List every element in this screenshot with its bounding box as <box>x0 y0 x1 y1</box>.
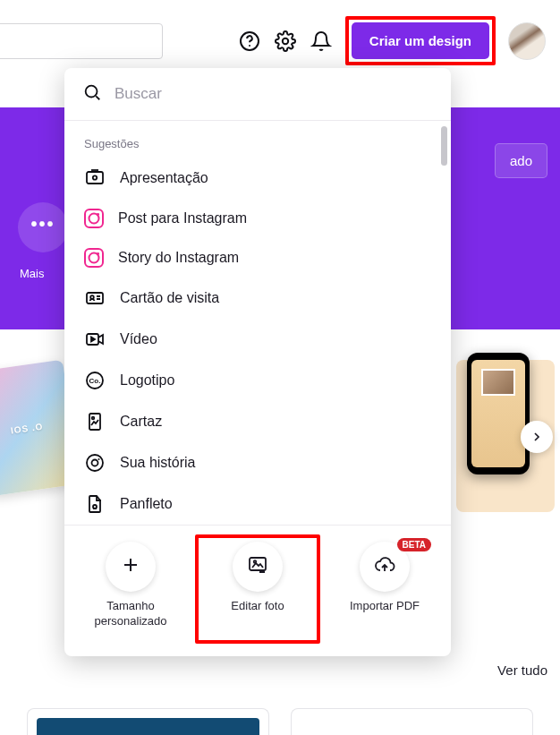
hero-button-fragment[interactable]: ado <box>495 143 547 178</box>
suggestion-label: Logotipo <box>120 372 174 389</box>
dropdown-search-row <box>64 68 451 121</box>
suggestion-label: Post para Instagram <box>118 210 247 226</box>
custom-size-button[interactable]: Tamanho personalizado <box>72 538 190 637</box>
search-icon <box>82 82 102 106</box>
instagram-icon <box>84 209 104 228</box>
recent-card[interactable] <box>27 708 269 735</box>
suggestion-label: Panfleto <box>120 496 173 512</box>
import-pdf-button[interactable]: BETA Importar PDF <box>326 538 444 637</box>
recent-card[interactable] <box>291 708 533 735</box>
scrollbar-thumb[interactable] <box>441 126 447 166</box>
svg-rect-4 <box>87 172 103 184</box>
suggestion-label: Story do Instagram <box>118 250 239 266</box>
suggestion-flyer[interactable]: Panfleto <box>64 483 451 525</box>
avatar[interactable] <box>508 22 546 60</box>
suggestion-label: Vídeo <box>120 331 157 347</box>
more-button[interactable]: ••• <box>18 202 68 252</box>
svg-rect-6 <box>87 293 103 303</box>
see-all-link[interactable]: Ver tudo <box>497 662 547 678</box>
gear-icon[interactable] <box>274 30 297 53</box>
suggestion-label: Cartão de visita <box>120 290 219 306</box>
svg-text:Co.: Co. <box>89 377 101 385</box>
suggestion-business-card[interactable]: Cartão de visita <box>64 278 451 319</box>
suggestion-your-story[interactable]: Sua história <box>64 442 451 483</box>
bell-icon[interactable] <box>310 30 333 53</box>
create-button-highlight: Criar um design <box>345 16 496 65</box>
logo-icon: Co. <box>84 370 106 391</box>
flyer-icon <box>84 493 106 515</box>
suggestion-label: Sua história <box>120 455 196 471</box>
carousel-next-button[interactable] <box>521 421 553 453</box>
svg-point-3 <box>86 86 98 98</box>
action-label: Importar PDF <box>350 599 420 614</box>
poster-icon <box>84 411 106 432</box>
suggestion-presentation[interactable]: Apresentação <box>64 158 451 199</box>
svg-point-2 <box>283 38 288 43</box>
story-icon <box>84 452 106 474</box>
suggestion-label: Cartaz <box>120 414 162 430</box>
create-design-dropdown: Sugestões Apresentação Post para Instagr… <box>64 68 451 656</box>
edit-photo-button[interactable]: Editar foto <box>195 534 320 644</box>
suggestions-heading: Sugestões <box>64 121 451 158</box>
suggestion-label: Apresentação <box>120 170 208 186</box>
image-edit-icon <box>247 554 268 579</box>
suggestion-poster[interactable]: Cartaz <box>64 401 451 442</box>
suggestion-instagram-story[interactable]: Story do Instagram <box>64 238 451 278</box>
beta-badge: BETA <box>397 538 431 551</box>
suggestion-logo[interactable]: Co. Logotipo <box>64 360 451 401</box>
presentation-icon <box>84 167 106 189</box>
instagram-icon <box>84 248 104 268</box>
business-card-icon <box>84 287 106 309</box>
action-label: Tamanho personalizado <box>88 599 174 629</box>
dropdown-actions: Tamanho personalizado Editar foto BETA <box>64 525 451 637</box>
video-icon <box>84 329 106 350</box>
svg-point-15 <box>98 458 100 460</box>
action-label: Editar foto <box>231 599 284 614</box>
cloud-upload-icon <box>374 554 395 579</box>
svg-point-12 <box>92 417 95 420</box>
global-search-edge[interactable] <box>0 23 163 59</box>
suggestion-instagram-post[interactable]: Post para Instagram <box>64 199 451 238</box>
svg-point-5 <box>93 175 97 179</box>
phone-photo <box>481 369 515 396</box>
help-icon[interactable] <box>238 30 261 53</box>
svg-point-13 <box>87 455 103 471</box>
suggestion-video[interactable]: Vídeo <box>64 319 451 360</box>
svg-point-18 <box>254 560 257 563</box>
dropdown-scroll-area: Sugestões Apresentação Post para Instagr… <box>64 121 451 525</box>
top-header: Criar um design <box>0 0 560 78</box>
dropdown-search-input[interactable] <box>115 85 433 103</box>
plus-icon <box>120 554 141 579</box>
phone-mockup <box>467 353 530 474</box>
create-design-button[interactable]: Criar um design <box>352 22 489 59</box>
more-label: Mais <box>20 267 44 280</box>
bottom-card-row <box>27 708 533 735</box>
svg-point-14 <box>92 460 98 466</box>
svg-point-1 <box>249 45 250 47</box>
